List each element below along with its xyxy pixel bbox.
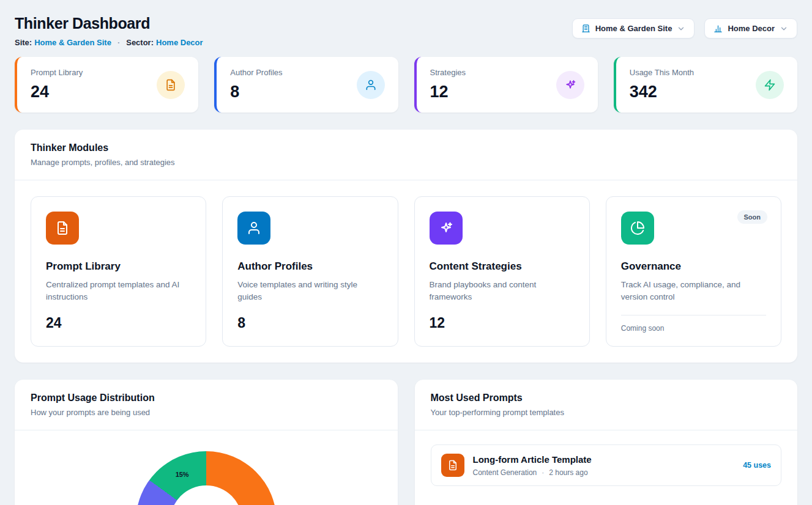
list-item-long-form-article-template[interactable]: Long-form Article Template Content Gener… [431,444,782,486]
stat-value: 342 [630,83,694,101]
soon-badge: Soon [737,210,768,224]
stat-text: Strategies 12 [430,68,466,101]
prompt-time: 2 hours ago [549,468,587,477]
prompt-title: Long-form Article Template [473,454,735,465]
prompt-info: Long-form Article Template Content Gener… [473,454,735,477]
site-selector-label: Home & Garden Site [595,24,672,33]
stat-text: Prompt Library 24 [31,68,83,101]
usage-subtitle: How your prompts are being used [31,408,382,417]
stat-label: Usage This Month [630,68,694,77]
prompt-list: Long-form Article Template Content Gener… [415,430,798,500]
sparkles-icon [556,71,584,99]
stat-value: 8 [230,83,282,101]
file-text-icon [157,71,185,99]
header: Thinker Dashboard Site:Home & Garden Sit… [15,9,797,47]
module-card-content-strategies[interactable]: Content Strategies Brand playbooks and c… [414,196,590,347]
module-title: Content Strategies [430,260,575,273]
module-description: Track AI usage, compliance, and version … [621,279,766,304]
stat-label: Author Profiles [230,68,282,77]
module-card-governance[interactable]: Soon Governance Track AI usage, complian… [606,196,781,347]
stat-label: Strategies [430,68,466,77]
most-used-subtitle: Your top-performing prompt templates [431,408,782,417]
modules-grid: Prompt Library Centralized prompt templa… [15,180,797,363]
header-left: Thinker Dashboard Site:Home & Garden Sit… [15,9,203,47]
stat-text: Usage This Month 342 [630,68,694,101]
stat-card-strategies: Strategies 12 [414,57,598,112]
module-description: Brand playbooks and content frameworks [430,279,575,304]
stat-card-author-profiles: Author Profiles 8 [214,57,398,112]
prompt-meta: Content Generation·2 hours ago [473,468,735,477]
sector-link[interactable]: Home Decor [156,38,203,47]
module-count: 24 [46,315,191,331]
module-title: Author Profiles [237,260,382,273]
dashboard-page: Thinker Dashboard Site:Home & Garden Sit… [0,0,812,505]
stats-row: Prompt Library 24 Author Profiles 8 Stra… [15,57,797,112]
pie-chart-icon [621,212,654,245]
sector-label: Sector: [126,38,154,47]
module-title: Prompt Library [46,260,191,273]
module-description: Centralized prompt templates and AI inst… [46,279,191,304]
stat-card-usage-this-month: Usage This Month 342 [614,57,797,112]
user-icon [237,212,270,245]
meta-separator: · [542,468,544,477]
modules-title: Thinker Modules [31,142,781,153]
breadcrumb: Site:Home & Garden Site·Sector:Home Deco… [15,38,203,47]
meta-separator: · [117,38,120,47]
page-title: Thinker Dashboard [15,15,203,32]
file-text-icon [441,454,464,477]
usage-header: Prompt Usage Distribution How your promp… [15,380,398,430]
usage-donut: 15% [136,451,277,505]
site-selector-dropdown[interactable]: Home & Garden Site [572,18,695,39]
module-card-author-profiles[interactable]: Author Profiles Voice templates and writ… [222,196,398,347]
usage-title: Prompt Usage Distribution [31,393,382,404]
thinker-modules-section: Thinker Modules Manage prompts, profiles… [15,130,797,363]
coming-soon-label: Coming soon [621,315,766,333]
uses-badge: 45 uses [743,461,771,470]
file-text-icon [46,212,79,245]
chevron-down-icon [780,24,788,33]
building-icon [581,24,590,33]
prompt-category: Content Generation [473,468,537,477]
chevron-down-icon [677,24,685,33]
header-selectors: Home & Garden Site Home Decor [572,18,797,39]
site-label: Site: [15,38,32,47]
stat-label: Prompt Library [31,68,83,77]
modules-header: Thinker Modules Manage prompts, profiles… [15,130,797,180]
zap-icon [756,71,784,99]
donut-slice-label: 15% [176,471,189,478]
stat-value: 24 [31,83,83,101]
site-link[interactable]: Home & Garden Site [34,38,111,47]
stat-text: Author Profiles 8 [230,68,282,101]
stat-card-prompt-library: Prompt Library 24 [15,57,198,112]
module-card-prompt-library[interactable]: Prompt Library Centralized prompt templa… [31,196,206,347]
usage-chart: 15% [15,430,398,505]
most-used-header: Most Used Prompts Your top-performing pr… [415,380,798,430]
stat-value: 12 [430,83,466,101]
modules-subtitle: Manage prompts, profiles, and strategies [31,158,781,167]
bar-chart-icon [713,24,723,33]
user-icon [357,71,385,99]
sparkles-icon [430,212,463,245]
module-count: 12 [430,315,575,331]
sector-selector-dropdown[interactable]: Home Decor [704,18,797,39]
most-used-title: Most Used Prompts [431,393,782,404]
bottom-row: Prompt Usage Distribution How your promp… [15,380,797,505]
most-used-prompts-panel: Most Used Prompts Your top-performing pr… [415,380,798,505]
module-description: Voice templates and writing style guides [237,279,382,304]
module-title: Governance [621,260,766,273]
prompt-usage-panel: Prompt Usage Distribution How your promp… [15,380,398,505]
module-count: 8 [237,315,382,331]
sector-selector-label: Home Decor [728,24,775,33]
